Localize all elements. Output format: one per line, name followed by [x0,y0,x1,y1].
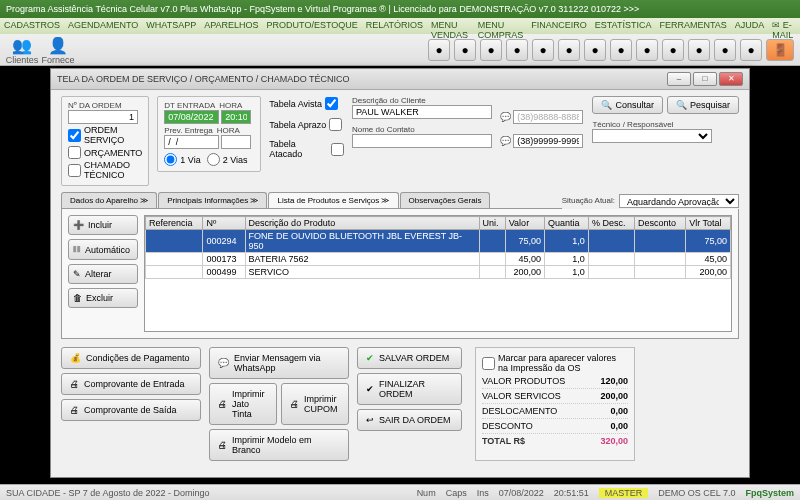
tool-btn[interactable]: ● [558,39,580,61]
exit-button[interactable]: 🚪 [766,39,794,61]
sair-button[interactable]: ↩SAIR DA ORDEM [357,409,462,431]
menubar: CADASTROS AGENDAMENTO WHATSAPP APARELHOS… [0,18,800,34]
menu-item[interactable]: FERRAMENTAS [659,20,726,32]
pesquisar-button[interactable]: 🔍Pesquisar [667,96,739,114]
tab-info[interactable]: Principais Informações ≫ [158,192,267,208]
edit-icon: ✎ [73,269,81,279]
consultar-button[interactable]: 🔍Consultar [592,96,663,114]
tool-btn[interactable]: ● [610,39,632,61]
print-icon: 🖨 [218,399,227,409]
exit-icon: ↩ [366,415,374,425]
table-row[interactable]: 000294FONE DE OUVIDO BLUETOOTH JBL EVERE… [146,230,731,253]
via1-radio[interactable] [164,153,177,166]
date-input[interactable] [164,110,219,124]
status-location: SUA CIDADE - SP 7 de Agosto de 2022 - Do… [6,488,209,498]
print-icon: 🖨 [218,440,227,450]
tool-btn[interactable]: ● [454,39,476,61]
search-icon: 🔍 [601,100,612,110]
whatsapp-icon[interactable]: 💬 [500,136,511,146]
salvar-button[interactable]: ✔SALVAR ORDEM [357,347,462,369]
orcamento-check[interactable] [68,146,81,159]
cliente-input[interactable] [352,105,492,119]
menu-item[interactable]: FINANCEIRO [531,20,587,32]
print-icon: 🖨 [290,399,299,409]
whatsapp-button[interactable]: 💬Enviar Mensagem via WhatsApp [209,347,349,379]
total-value: 320,00 [600,436,628,446]
whatsapp-icon[interactable]: 💬 [500,112,511,122]
tabs: Dados do Aparelho ≫ Principais Informaçõ… [61,192,562,209]
hora2-input[interactable] [221,135,251,149]
jato-button[interactable]: 🖨Imprimir Jato Tinta [209,383,277,425]
situacao-select[interactable]: Aguardando Aprovação [619,194,739,208]
search-icon: 🔍 [676,100,687,110]
maximize-button[interactable]: □ [693,72,717,86]
tool-btn[interactable]: ● [584,39,606,61]
ordem-servico-check[interactable] [68,129,81,142]
tab-obs[interactable]: Observações Gerais [400,192,491,208]
prev-input[interactable] [164,135,219,149]
minimize-button[interactable]: – [667,72,691,86]
tool-btn[interactable]: ● [506,39,528,61]
via2-radio[interactable] [207,153,220,166]
auto-button[interactable]: ⦀⦀Automático [68,239,138,260]
check-icon: ✔ [366,384,374,394]
menu-item[interactable]: RELATÓRIOS [366,20,423,32]
tab-produtos[interactable]: Lista de Produtos e Serviços ≫ [268,192,398,208]
excluir-button[interactable]: 🗑Excluir [68,288,138,308]
tool-btn[interactable]: ● [688,39,710,61]
tool-btn[interactable]: ● [740,39,762,61]
tool-btn[interactable]: ● [428,39,450,61]
order-no-input[interactable] [68,110,138,124]
brand-label: FpqSystem [745,488,794,498]
tabela-atacado-check[interactable] [331,143,344,156]
branco-button[interactable]: 🖨Imprimir Modelo em Branco [209,429,349,461]
clientes-button[interactable]: 👥Clientes [6,36,38,64]
tabela-avista-check[interactable] [325,97,338,110]
whatsapp-icon: 💬 [218,358,229,368]
alterar-button[interactable]: ✎Alterar [68,264,138,284]
condicoes-button[interactable]: 💰Condições de Pagamento [61,347,201,369]
comprovante-saida-button[interactable]: 🖨Comprovante de Saída [61,399,201,421]
finalizar-button[interactable]: ✔FINALIZAR ORDEM [357,373,462,405]
cupom-button[interactable]: 🖨Imprimir CUPOM [281,383,349,425]
menu-item[interactable]: ESTATÍSTICA [595,20,652,32]
dialog-title: TELA DA ORDEM DE SERVIÇO / ORÇAMENTO / C… [57,74,350,84]
statusbar: SUA CIDADE - SP 7 de Agosto de 2022 - Do… [0,484,800,500]
fornecedores-button[interactable]: 👤Fornece [42,36,74,64]
people-icon: 👥 [12,36,32,55]
menu-item[interactable]: AJUDA [735,20,765,32]
tel1-input[interactable] [513,110,583,124]
menu-item[interactable]: CADASTROS [4,20,60,32]
menu-item[interactable]: APARELHOS [204,20,258,32]
chamado-check[interactable] [68,164,81,177]
table-row[interactable]: 000499SERVICO200,001,0200,00 [146,266,731,279]
tool-btn[interactable]: ● [532,39,554,61]
tool-btn[interactable]: ● [714,39,736,61]
tool-btn[interactable]: ● [480,39,502,61]
tabela-aprazo-check[interactable] [329,118,342,131]
menu-email[interactable]: ✉ E-MAIL [772,20,796,32]
menu-item[interactable]: PRODUTO/ESTOQUE [267,20,358,32]
menu-item[interactable]: MENU VENDAS [431,20,470,32]
menu-item[interactable]: WHATSAPP [146,20,196,32]
tab-aparelho[interactable]: Dados do Aparelho ≫ [61,192,157,208]
hora-input[interactable] [221,110,251,124]
tel2-input[interactable] [513,134,583,148]
tool-btn[interactable]: ● [636,39,658,61]
print-icon: 🖨 [70,405,79,415]
products-grid[interactable]: Referencia Nº Descrição do Produto Uni. … [144,215,732,332]
contato-input[interactable] [352,134,492,148]
marcar-check[interactable] [482,357,495,370]
menu-item[interactable]: MENU COMPRAS [478,20,524,32]
menu-item[interactable]: AGENDAMENTO [68,20,138,32]
close-button[interactable]: ✕ [719,72,743,86]
table-row[interactable]: 000173BATERIA 756245,001,045,00 [146,253,731,266]
tecnico-select[interactable] [592,129,712,143]
dialog-titlebar: TELA DA ORDEM DE SERVIÇO / ORÇAMENTO / C… [51,69,749,90]
barcode-icon: ⦀⦀ [73,244,81,255]
print-icon: 🖨 [70,379,79,389]
tool-btn[interactable]: ● [662,39,684,61]
totals-panel: Marcar para aparecer valores na Impressã… [475,347,635,461]
incluir-button[interactable]: ➕Incluir [68,215,138,235]
comprovante-entrada-button[interactable]: 🖨Comprovante de Entrada [61,373,201,395]
